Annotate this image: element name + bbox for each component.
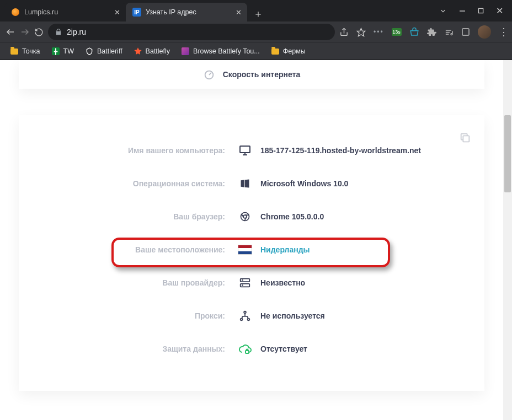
toolbar: 2ip.ru ••• 13s ⋮ [0,21,512,42]
label-hostname: Имя вашего компьютера: [36,146,235,155]
browser-window: Lumpics.ru ✕ IP Узнать IP адрес ✕ ＋ ✕ [0,0,512,420]
svg-rect-12 [463,136,469,142]
label-protection: Защита данных: [36,344,235,353]
svg-point-24 [242,285,243,286]
site-icon [134,47,142,56]
scrollbar-track[interactable] [503,60,512,420]
toolbar-right: ••• 13s ⋮ [339,25,511,39]
row-proxy: Прокси: Не используется [36,299,467,332]
favicon-2ip: IP [132,8,141,17]
bookmark-label: Browse Battlefy Tou... [193,47,260,55]
maximize-icon[interactable] [478,8,484,14]
value-browser: Chrome 105.0.0.0 [255,212,324,221]
label-location: Ваше местоположение: [36,245,235,254]
svg-point-27 [248,319,250,321]
scrollbar-thumb[interactable] [504,115,511,192]
bookmark-label: Battlefly [146,47,170,55]
page-viewport: Скорость интернета Имя вашего компьютера… [0,60,512,420]
site-icon: ╋ [51,47,60,56]
share-icon[interactable] [339,28,349,37]
svg-rect-10 [462,29,469,35]
value-hostname: 185-177-125-119.hosted-by-worldstream.ne… [255,146,421,155]
svg-point-23 [242,280,243,281]
svg-rect-13 [240,146,250,153]
back-button[interactable] [6,24,15,40]
row-os: Операционная система: Microsoft Windows … [36,167,467,200]
svg-rect-1 [478,8,483,13]
forward-button[interactable] [20,24,30,40]
minimize-icon[interactable] [459,8,466,14]
row-browser: Ваш браузер: Chrome 105.0.0.0 [36,200,467,233]
bookmark-label: Точка [22,47,40,55]
folder-icon [10,47,19,56]
value-location[interactable]: Нидерланды [255,245,310,254]
bookmark-tochka[interactable]: Точка [6,45,45,58]
label-provider: Ваш провайдер: [36,278,235,287]
menu-icon[interactable]: ⋮ [499,27,509,37]
row-protection: Защита данных: Отсутствует [36,332,467,365]
ext-badge[interactable]: 13s [392,28,402,36]
row-location: Ваше местоположение: Нидерланды [36,233,467,266]
cloud-lock-icon [235,342,255,356]
star-icon[interactable] [356,28,366,37]
value-provider: Неизвестно [255,278,305,287]
info-card: Имя вашего компьютера: 185-177-125-119.h… [19,115,484,391]
chevron-down-icon[interactable] [439,7,447,15]
tab-title: Lumpics.ru [24,8,58,16]
ext-basket-icon[interactable] [409,27,419,37]
bookmark-fermy[interactable]: Фермы [266,45,310,58]
bookmark-label: TW [63,47,74,55]
music-icon[interactable] [444,28,454,37]
site-icon [181,47,190,56]
address-bar[interactable]: 2ip.ru [48,24,335,40]
url-text: 2ip.ru [67,28,86,36]
svg-point-25 [244,311,246,314]
ext-lastpass-icon[interactable]: ••• [374,28,384,36]
tabstrip: Lumpics.ru ✕ IP Узнать IP адрес ✕ ＋ [0,0,266,21]
tab-title: Узнать IP адрес [146,8,196,16]
svg-rect-28 [246,351,249,353]
chrome-icon [235,211,255,222]
window-controls: ✕ [439,6,512,16]
tab-overview-icon[interactable] [461,28,470,36]
avatar[interactable] [478,25,491,39]
close-window-icon[interactable]: ✕ [496,6,503,16]
titlebar: Lumpics.ru ✕ IP Узнать IP адрес ✕ ＋ ✕ [0,0,512,21]
bookmark-label: Фермы [283,47,306,55]
value-proxy: Не используется [255,311,325,320]
network-icon [235,310,255,322]
page-content: Скорость интернета Имя вашего компьютера… [0,60,512,391]
speedometer-icon [203,68,215,80]
row-hostname: Имя вашего компьютера: 185-177-125-119.h… [36,134,467,167]
windows-icon [235,178,255,189]
svg-point-9 [451,33,452,35]
svg-marker-5 [357,28,365,36]
reload-button[interactable] [34,24,44,40]
new-tab-button[interactable]: ＋ [250,6,266,21]
label-proxy: Прокси: [36,311,235,320]
bookmark-battlefly[interactable]: Battlefly [129,45,174,58]
flag-nl-icon [235,245,255,255]
row-provider: Ваш провайдер: Неизвестно [36,266,467,299]
folder-icon [271,47,280,56]
favicon-lumpics [11,8,20,17]
close-icon[interactable]: ✕ [236,8,242,17]
label-browser: Ваш браузер: [36,212,235,221]
bookmark-battleriff[interactable]: Battleriff [81,45,127,58]
extensions-icon[interactable] [427,28,436,37]
bookmark-tw[interactable]: ╋ TW [47,45,78,58]
value-protection: Отсутствует [255,344,307,353]
label-os: Операционная система: [36,179,235,188]
value-os: Microsoft Windows 10.0 [255,179,348,188]
bookmark-label: Battleriff [97,47,122,55]
close-icon[interactable]: ✕ [114,8,120,17]
site-icon [85,47,94,56]
monitor-icon [235,144,255,157]
bookmark-browse-battlefy[interactable]: Browse Battlefy Tou... [177,45,264,58]
copy-icon[interactable] [459,132,471,144]
tab-lumpics[interactable]: Lumpics.ru ✕ [4,3,126,21]
server-icon [235,277,255,289]
speed-card: Скорость интернета [19,60,484,89]
speed-link[interactable]: Скорость интернета [19,60,484,89]
tab-2ip[interactable]: IP Узнать IP адрес ✕ [126,3,247,21]
